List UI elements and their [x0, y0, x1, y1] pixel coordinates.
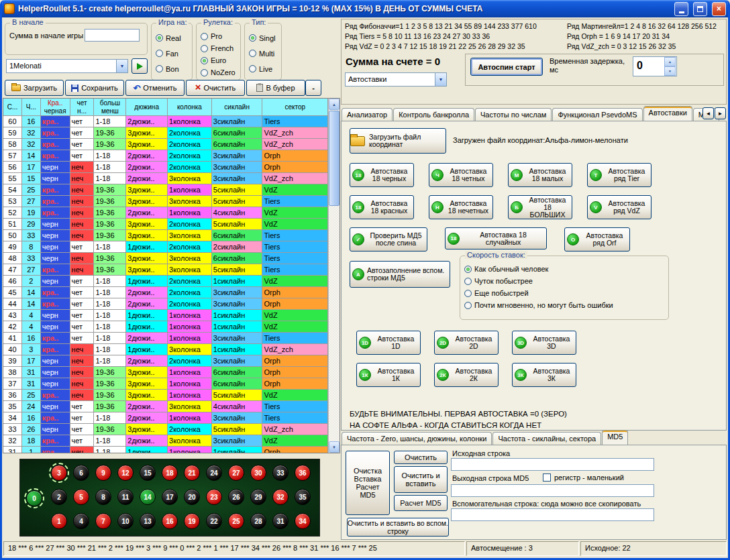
roulette-number-chip[interactable]: 19 [184, 513, 200, 529]
chevron-down-icon[interactable]: ▼ [435, 73, 446, 86]
profile-combo[interactable]: 1Melonati ▼ [6, 59, 128, 73]
spinner-down-button[interactable]: ▼ [664, 66, 676, 76]
roulette-number-chip[interactable]: 34 [295, 513, 311, 529]
load-button[interactable]: Загрузить [5, 80, 64, 96]
autobet-18-black-button[interactable]: 18Автоставка 18 черных [350, 163, 414, 187]
autobet-3d-button[interactable]: 3DАвтоставка 3D [512, 331, 576, 355]
roulette-number-chip[interactable]: 35 [295, 489, 311, 505]
scroll-down-button[interactable]: ▼ [329, 441, 340, 453]
roulette-number-chip[interactable]: 25 [228, 513, 244, 529]
radio-icon[interactable] [156, 34, 163, 42]
radio-icon[interactable] [201, 45, 208, 52]
tab-md5-panel[interactable]: MD5 [602, 430, 628, 445]
output-string-input[interactable] [451, 484, 654, 497]
roulette-number-chip[interactable]: 4 [73, 513, 89, 529]
scroll-thumb[interactable] [329, 111, 340, 206]
tab-autobets[interactable]: Автоставки [643, 106, 692, 121]
wheel-pro-radio[interactable]: Pro [201, 30, 239, 42]
roulette-number-chip[interactable]: 18 [162, 465, 178, 481]
roulette-number-chip[interactable]: 3 [51, 465, 67, 481]
type-multi-radio[interactable]: Multi [249, 46, 280, 61]
roulette-number-chip[interactable]: 10 [117, 513, 134, 529]
roulette-number-chip[interactable]: 31 [272, 513, 289, 529]
wheel-nozero-radio[interactable]: NoZero [201, 66, 239, 78]
close-button[interactable]: × [712, 2, 726, 16]
radio-icon[interactable] [464, 290, 472, 297]
title-bar[interactable]: HelperRoullet 5.1- create helperroullet@… [0, 0, 730, 17]
game-fan-radio[interactable]: Fan [156, 46, 191, 61]
to-buffer-button[interactable]: В буфер [246, 80, 305, 96]
radio-icon[interactable] [464, 302, 472, 309]
roulette-number-chip[interactable]: 17 [162, 489, 178, 505]
game-bon-radio[interactable]: Bon [156, 61, 191, 76]
roulette-number-chip[interactable]: 5 [73, 489, 89, 505]
wheel-french-radio[interactable]: French [201, 42, 239, 54]
roulette-number-chip[interactable]: 29 [250, 489, 266, 505]
start-sum-input[interactable] [85, 29, 140, 42]
roulette-number-chip[interactable]: 13 [140, 513, 156, 529]
autobet-row-orf-button[interactable]: ОАвтоставка ряд Orf [564, 227, 630, 251]
type-singl-radio[interactable]: Singl [249, 30, 280, 46]
md5-clear-paste-button[interactable]: Очистить и вставить [394, 466, 448, 493]
roulette-number-chip[interactable]: 27 [228, 465, 244, 481]
minimize-button[interactable] [674, 2, 688, 16]
radio-icon[interactable] [156, 50, 163, 57]
autobet-18-odd-button[interactable]: НАвтоставка 18 нечетных [429, 195, 493, 219]
speed-even-faster-radio[interactable]: Еще побыстрей [464, 287, 667, 299]
roulette-number-chip[interactable]: 0 [26, 490, 42, 506]
roulette-number-chip[interactable]: 2 [51, 489, 67, 505]
delay-spinner[interactable]: 0 ▲ ▼ [633, 56, 677, 76]
md5-multi-button[interactable]: Очистка Вставка Расчет MD5 [346, 451, 390, 515]
tab-bankroll-control[interactable]: Контроль банкролла [393, 108, 474, 121]
autobet-18-even-button[interactable]: ЧАвтоставка 18 четных [429, 163, 493, 187]
autobet-1d-button[interactable]: 1DАвтоставка 1D [356, 331, 421, 355]
roulette-number-chip[interactable]: 8 [95, 489, 111, 505]
radio-icon[interactable] [156, 65, 163, 72]
autobet-row-vdz-button[interactable]: VАвтоставка ряд VdZ [587, 195, 651, 219]
scroll-up-button[interactable]: ▲ [329, 99, 340, 110]
chevron-down-icon[interactable]: ▼ [116, 60, 127, 72]
roulette-number-chip[interactable]: 20 [184, 489, 200, 505]
radio-icon[interactable] [201, 69, 208, 76]
helper-string-input[interactable] [451, 508, 654, 521]
radio-icon[interactable] [464, 266, 472, 273]
table-scrollbar[interactable]: ▲ ▼ [328, 99, 340, 453]
undo-button[interactable]: Отменить [125, 80, 185, 96]
roulette-number-chip[interactable]: 23 [206, 489, 222, 505]
roulette-number-chip[interactable]: 1 [51, 513, 67, 529]
speed-instant-radio[interactable]: Почти мгновенно, но могут быть ошибки [464, 299, 667, 311]
md5-calc-button[interactable]: Расчет MD5 [394, 495, 448, 511]
roulette-number-chip[interactable]: 32 [272, 489, 289, 505]
speed-bit-faster-radio[interactable]: Чуток побыстрее [464, 275, 667, 287]
roulette-number-chip[interactable]: 6 [73, 465, 89, 481]
roulette-number-chip[interactable]: 12 [117, 465, 134, 481]
roulette-number-chip[interactable]: 21 [184, 465, 200, 481]
radio-icon[interactable] [201, 57, 208, 64]
roulette-number-chip[interactable]: 36 [295, 465, 311, 481]
roulette-number-chip[interactable]: 15 [140, 465, 156, 481]
roulette-number-chip[interactable]: 7 [95, 513, 111, 529]
autobet-18-red-button[interactable]: 18Автоставка 18 красных [350, 195, 414, 219]
mode-combo[interactable]: Автоставки ▼ [345, 72, 447, 87]
clear-paste-helper-button[interactable]: Очистить и вставить во вспом. строку [347, 518, 449, 537]
autobet-18-high-button[interactable]: БАвтоставка 18 БОЛЬШИХ [508, 195, 572, 219]
roulette-number-chip[interactable]: 14 [140, 489, 156, 505]
autobet-2d-button[interactable]: 2DАвтоставка 2D [434, 331, 499, 355]
clear-button[interactable]: Очистить [186, 80, 245, 96]
radio-icon[interactable] [249, 50, 256, 57]
roulette-number-chip[interactable]: 9 [95, 465, 111, 481]
radio-icon[interactable] [201, 33, 208, 40]
speed-normal-human-radio[interactable]: Как обычный человек [464, 263, 667, 275]
roulette-number-chip[interactable]: 11 [117, 489, 134, 505]
lowercase-register-checkbox[interactable] [543, 473, 551, 482]
radio-icon[interactable] [249, 34, 256, 42]
roulette-number-chip[interactable]: 26 [228, 489, 244, 505]
tab-psevdoms[interactable]: Функционал PsevdoMS [552, 108, 642, 121]
tabs-scroll-left-button[interactable]: ◄ [702, 107, 714, 119]
radio-icon[interactable] [464, 278, 472, 285]
collapse-button[interactable]: - [305, 80, 321, 96]
save-button[interactable]: Сохранить [65, 80, 124, 96]
type-live-radio[interactable]: Live [249, 61, 280, 76]
roulette-number-chip[interactable]: 16 [162, 513, 178, 529]
spinner-up-button[interactable]: ▲ [664, 57, 676, 66]
